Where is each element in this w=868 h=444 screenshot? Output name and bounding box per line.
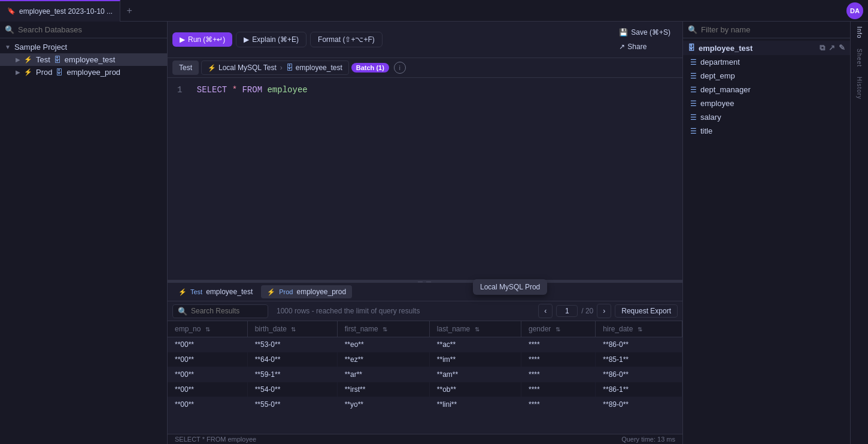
- rs-table-icon-dept_emp: ☰: [690, 72, 697, 80]
- right-tab-info[interactable]: Info: [856, 26, 863, 39]
- results-search-bar: 🔍: [172, 304, 268, 318]
- col-emp_no[interactable]: emp_no ⇅: [168, 321, 247, 337]
- col-last_name[interactable]: last_name ⇅: [429, 321, 521, 337]
- rs-table-icon-salary: ☰: [690, 113, 697, 122]
- right-sidebar-search-input[interactable]: [701, 25, 845, 34]
- page-prev-button[interactable]: ‹: [538, 304, 553, 318]
- table-cell: **59-1**: [247, 367, 337, 382]
- rs-header-employee_test[interactable]: 🗄 employee_test ⧉ ↗ ✎: [683, 41, 850, 55]
- table-row: **00****55-0****yo****lini********89-0**: [168, 397, 682, 412]
- new-tab-button[interactable]: +: [120, 0, 138, 22]
- share-button[interactable]: ↗ Share: [612, 40, 654, 54]
- right-vertical-tabs: Info Sheet History: [850, 22, 868, 444]
- table-cell: **00**: [168, 337, 247, 352]
- test-env-icon: ⚡: [24, 56, 32, 64]
- explain-label: Explain (⌘+E): [252, 35, 299, 44]
- page-input[interactable]: [556, 305, 578, 317]
- rs-item-title[interactable]: ☰ title: [683, 124, 850, 138]
- col-sort-icon-first_name: ⇅: [383, 326, 387, 333]
- table-cell: ****: [521, 337, 595, 352]
- rs-item-employee[interactable]: ☰ employee: [683, 96, 850, 110]
- results-tab-prod[interactable]: ⚡ Prod employee_prod: [261, 285, 352, 298]
- sidebar-search-input[interactable]: [18, 25, 162, 34]
- sidebar-item-test[interactable]: ▶ ⚡ Test 🗄 employee_test: [0, 53, 167, 66]
- rs-edit-icon[interactable]: ✎: [839, 43, 845, 53]
- results-table: emp_no ⇅ birth_date ⇅ first_name ⇅ last_…: [168, 321, 682, 412]
- col-sort-icon-birth_date: ⇅: [291, 326, 296, 333]
- col-sort-icon-hire_date: ⇅: [638, 326, 642, 333]
- table-cell: **am**: [429, 367, 521, 382]
- save-button[interactable]: 💾 Save (⌘+S): [612, 25, 678, 40]
- rs-item-dept_manager[interactable]: ☰ dept_manager: [683, 83, 850, 96]
- table-cell: **00**: [168, 397, 247, 412]
- table-cell: **86-0**: [596, 367, 682, 382]
- results-tab-test[interactable]: ⚡ Test employee_test: [172, 285, 259, 298]
- rs-item-dept_emp[interactable]: ☰ dept_emp: [683, 69, 850, 83]
- results-prod-icon: ⚡: [267, 288, 275, 296]
- rs-item-salary[interactable]: ☰ salary: [683, 110, 850, 124]
- db-icon: 🗄: [286, 64, 293, 72]
- table-cell: **54-0**: [247, 382, 337, 397]
- results-table-wrap: emp_no ⇅ birth_date ⇅ first_name ⇅ last_…: [168, 321, 682, 434]
- batch-label: Batch (1): [356, 64, 384, 71]
- query-tab-db-selector[interactable]: ⚡ Local MySQL Test › 🗄 employee_test: [201, 61, 349, 75]
- col-hire_date[interactable]: hire_date ⇅: [596, 321, 682, 337]
- line-number-1: 1: [177, 85, 182, 95]
- keyword-from: FROM: [242, 85, 262, 95]
- chevron-down-icon: ▼: [5, 44, 11, 50]
- table-cell: ****: [521, 367, 595, 382]
- table-cell: **53-0**: [247, 337, 337, 352]
- table-cell: **86-1**: [596, 382, 682, 397]
- table-cell: **irst**: [337, 382, 429, 397]
- explain-icon: ▶: [244, 35, 249, 44]
- sidebar-prod-db-label: employee_prod: [66, 68, 120, 77]
- table-cell: **ar**: [337, 367, 429, 382]
- rs-copy-icon[interactable]: ⧉: [820, 43, 825, 53]
- results-test-env: Test: [190, 288, 202, 295]
- page-next-button[interactable]: ›: [597, 304, 611, 318]
- results-search-input[interactable]: [191, 307, 263, 315]
- filter-search-icon: 🔍: [688, 25, 697, 34]
- right-tab-history[interactable]: History: [856, 77, 863, 99]
- sidebar-prod-db-icon: 🗄: [56, 68, 63, 77]
- export-button[interactable]: Request Export: [615, 304, 678, 318]
- query-tab-test[interactable]: Test: [172, 61, 199, 75]
- rs-table-icon-dept_manager: ☰: [690, 86, 697, 94]
- tab-area: 🔖 employee_test 2023-10-10 ... +: [0, 0, 846, 22]
- chevron-right-icon: ▶: [16, 56, 20, 63]
- rs-table-icon-title: ☰: [690, 127, 697, 135]
- right-tab-sheet[interactable]: Sheet: [856, 49, 863, 67]
- format-button[interactable]: Format (⇧+⌥+F): [310, 32, 383, 47]
- rs-label-employee: employee: [700, 99, 734, 108]
- rs-table-icon-employee: ☰: [690, 99, 697, 108]
- batch-badge[interactable]: Batch (1): [351, 63, 389, 73]
- table-cell: ****: [521, 397, 595, 412]
- table-row: **00****59-1****ar****am********86-0**: [168, 367, 682, 382]
- toolbar: ▶ Run (⌘+↵) ▶ Explain (⌘+E) Format (⇧+⌥+…: [168, 22, 682, 58]
- wildcard-star: *: [232, 85, 237, 95]
- sidebar-test-label: Test: [36, 55, 50, 64]
- active-tab[interactable]: 🔖 employee_test 2023-10-10 ...: [0, 0, 120, 22]
- share-icon: ↗: [619, 43, 625, 51]
- search-results-icon: 🔍: [178, 307, 187, 316]
- rs-header-label: employee_test: [699, 44, 752, 53]
- status-time: Query time: 13 ms: [621, 436, 675, 443]
- rs-open-icon[interactable]: ↗: [828, 43, 835, 53]
- info-button[interactable]: i: [394, 62, 406, 74]
- run-button[interactable]: ▶ Run (⌘+↵): [172, 32, 232, 47]
- main-layout: 🔍 ▼ Sample Project ▶ ⚡ Test 🗄 employee_t…: [0, 22, 868, 444]
- sidebar-item-prod[interactable]: ▶ ⚡ Prod 🗄 employee_prod: [0, 66, 167, 78]
- col-gender[interactable]: gender ⇅: [521, 321, 595, 337]
- rs-item-department[interactable]: ☰ department: [683, 55, 850, 69]
- explain-button[interactable]: ▶ Explain (⌘+E): [236, 32, 306, 47]
- col-first_name[interactable]: first_name ⇅: [337, 321, 429, 337]
- results-tabs-bar: ⚡ Test employee_test ⚡ Prod employee_pro…: [168, 283, 682, 301]
- code-editor[interactable]: 1 SELECT * FROM employee: [168, 78, 682, 280]
- table-cell: **86-0**: [596, 337, 682, 352]
- editor-area: ▶ Run (⌘+↵) ▶ Explain (⌘+E) Format (⇧+⌥+…: [168, 22, 682, 444]
- db-env-label: Local MySQL Test: [218, 64, 277, 72]
- right-sidebar-tree: 🗄 employee_test ⧉ ↗ ✎ ☰ department ☰ dep…: [683, 38, 850, 444]
- col-birth_date[interactable]: birth_date ⇅: [247, 321, 337, 337]
- sidebar-project[interactable]: ▼ Sample Project: [0, 41, 167, 53]
- run-icon: ▶: [180, 35, 185, 44]
